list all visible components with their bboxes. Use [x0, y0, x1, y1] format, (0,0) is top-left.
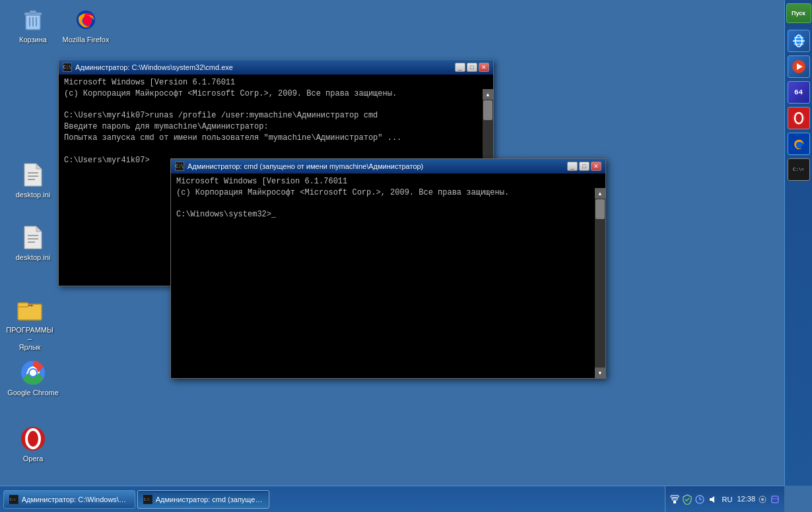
svg-rect-45: [671, 496, 679, 497]
taskbar-item-cmd1-label: Администратор: C:\Windows\sy...: [22, 496, 129, 503]
svg-marker-9: [36, 164, 42, 169]
desktopini2-icon: [20, 224, 46, 251]
cmd-window-2[interactable]: C:\ Администратор: cmd (запущено от имен…: [170, 158, 606, 379]
maximize-btn-1[interactable]: □: [467, 63, 477, 72]
scrollbar-thumb-1[interactable]: [483, 100, 492, 120]
cmd-window-2-content: Microsoft Windows [Version 6.1.76011 (с)…: [171, 174, 605, 378]
minimize-btn-1[interactable]: _: [455, 63, 465, 72]
sidebar-opera-btn[interactable]: [788, 107, 810, 129]
opera-label: Opera: [23, 455, 44, 463]
taskbar-cmd1-icon: C:\: [9, 495, 18, 504]
chrome-icon: [20, 360, 46, 386]
scroll-up-btn-1[interactable]: ▲: [483, 89, 493, 100]
sidebar-64-label: 64: [794, 88, 803, 96]
svg-point-23: [30, 369, 36, 376]
svg-text:C:\: C:\: [10, 497, 16, 501]
network-tray-icon[interactable]: [669, 494, 680, 505]
svg-rect-43: [673, 501, 676, 503]
svg-marker-14: [36, 226, 42, 232]
desktop-icon-desktopini2[interactable]: desktop.ini: [7, 224, 59, 262]
programs-folder-icon: [17, 297, 43, 323]
recycle-bin-label: Корзина: [19, 36, 47, 44]
cmd-line: Microsoft Windows [Version 6.1.76011: [176, 176, 590, 187]
cmd-window-2-title: Администратор: cmd (запущено от имени my…: [187, 162, 567, 170]
cmd-window-1-title: Администратор: C:\Windows\system32\cmd.e…: [75, 63, 455, 71]
sidebar-cmd-btn[interactable]: C:\>: [788, 158, 810, 181]
scrollbar-thumb-2[interactable]: [595, 199, 605, 219]
cmd-line: [176, 199, 590, 210]
lang-label: RU: [722, 496, 733, 503]
start-button-top[interactable]: Пуск: [786, 3, 811, 23]
desktopini2-label: desktop.ini: [16, 253, 51, 262]
firefox-label: Mozilla Firefox: [63, 36, 110, 44]
system-tray: RU 12:38: [665, 486, 784, 513]
firefox-icon: [73, 7, 99, 33]
svg-rect-19: [18, 303, 28, 307]
desktop-icon-recycle-bin[interactable]: Корзина: [7, 7, 59, 44]
cmd-line: (с) Корпорация Майкрософт <Microsoft Cor…: [176, 187, 590, 199]
cmd-line: [64, 100, 477, 111]
right-sidebar: Пуск 64: [784, 0, 812, 486]
desktopini1-icon: [20, 162, 46, 188]
cmd-line: Попытка запуска cmd от имени пользовател…: [64, 133, 477, 144]
sidebar-firefox-btn[interactable]: [788, 133, 810, 155]
taskbar-item-cmd1[interactable]: C:\ Администратор: C:\Windows\sy...: [3, 490, 135, 509]
chrome-label: Google Chrome: [7, 389, 59, 397]
taskbar-item-cmd2-label: Администратор: cmd (запущен...: [156, 496, 263, 503]
scroll-down-btn-2[interactable]: ▼: [595, 368, 605, 378]
svg-rect-50: [772, 496, 778, 503]
opera-icon: [20, 426, 46, 452]
start-label: Пуск: [792, 10, 805, 16]
scrollbar-track-2[interactable]: [595, 199, 605, 368]
svg-rect-2: [30, 11, 36, 13]
cmd-line: [64, 144, 477, 155]
desktopini1-label: desktop.ini: [16, 191, 51, 199]
close-btn-1[interactable]: ✕: [479, 63, 489, 72]
desktop-icon-firefox[interactable]: Mozilla Firefox: [59, 7, 112, 44]
taskbar: C:\ Администратор: C:\Windows\sy... C:\ …: [0, 486, 784, 512]
sound-tray-icon[interactable]: [707, 494, 718, 505]
recycle-bin-icon: [20, 7, 46, 33]
svg-marker-47: [710, 496, 714, 503]
cmd-line: C:\Windows\system32>_: [176, 209, 590, 220]
window-2-controls[interactable]: _ □ ✕: [567, 162, 601, 171]
cmd-line: (с) Корпорация Майкрософт <Microsoft Cor…: [64, 88, 477, 100]
taskbar-item-cmd2[interactable]: C:\ Администратор: cmd (запущен...: [137, 490, 269, 509]
desktop-icon-opera[interactable]: Opera: [7, 426, 59, 463]
cmd-line: C:\Users\myr4ik07>runas /profile /user:m…: [64, 110, 477, 121]
svg-rect-44: [672, 498, 677, 500]
taskbar-items: C:\ Администратор: C:\Windows\sy... C:\ …: [3, 490, 665, 509]
cmd-icon-2: C:\: [175, 162, 184, 171]
sidebar-media-btn[interactable]: [788, 55, 810, 78]
cmd-window-2-titlebar[interactable]: C:\ Администратор: cmd (запущено от имен…: [171, 159, 605, 174]
desktop-icon-chrome[interactable]: Google Chrome: [7, 360, 59, 397]
cmd-line: Microsoft Windows [Version 6.1.76011: [64, 77, 477, 88]
sidebar-ie-btn[interactable]: [788, 30, 810, 52]
scroll-up-btn-2[interactable]: ▲: [595, 188, 605, 199]
sidebar-64-btn[interactable]: 64: [788, 81, 810, 104]
desktop-icon-programs[interactable]: ПРОГРАММЫ – Ярлык: [3, 297, 56, 352]
window-1-controls[interactable]: _ □ ✕: [455, 63, 489, 72]
cmd-line: Введите пароль для mymachine\Администрат…: [64, 121, 477, 133]
maximize-btn-2[interactable]: □: [579, 162, 590, 171]
minimize-btn-2[interactable]: _: [567, 162, 578, 171]
update-tray-icon[interactable]: [694, 494, 705, 505]
extra-tray-icon-2[interactable]: [770, 494, 780, 505]
extra-tray-icon-1[interactable]: [757, 494, 768, 505]
programs-label: ПРОГРАММЫ – Ярлык: [3, 326, 56, 352]
cmd-window-1-titlebar[interactable]: C:\ Администратор: C:\Windows\system32\c…: [59, 60, 493, 75]
scrollbar-2[interactable]: ▲ ▼: [595, 188, 605, 378]
svg-text:C:\>: C:\>: [793, 167, 804, 172]
close-btn-2[interactable]: ✕: [591, 162, 601, 171]
svg-point-49: [761, 498, 764, 501]
svg-text:C:\: C:\: [144, 497, 150, 501]
taskbar-cmd2-icon: C:\: [143, 495, 152, 504]
system-clock[interactable]: 12:38: [737, 494, 755, 503]
desktop-icon-desktopini1[interactable]: desktop.ini: [7, 162, 59, 199]
language-indicator[interactable]: RU: [720, 496, 735, 503]
clock-time: 12:38: [737, 495, 755, 503]
security-tray-icon[interactable]: [682, 494, 693, 505]
cmd-icon-1: C:\: [63, 63, 72, 72]
